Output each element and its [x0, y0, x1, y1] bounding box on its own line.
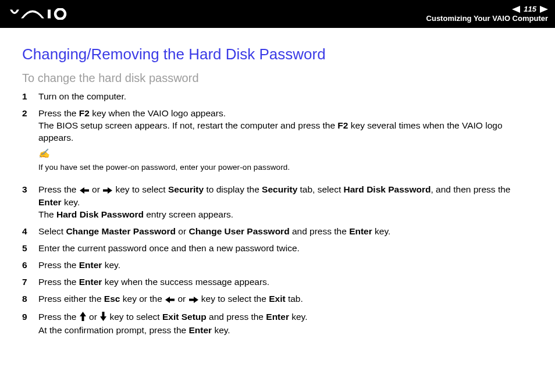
key-name: Enter — [349, 226, 372, 236]
bold-term: Hard Disk Password — [56, 209, 144, 219]
step-item: 4 Select Change Master Password or Chang… — [22, 226, 533, 238]
step-text: and press the — [290, 226, 350, 236]
step-number: 8 — [22, 293, 38, 307]
bold-term: Hard Disk Password — [344, 184, 431, 194]
note-icon: ✍ — [38, 148, 49, 160]
page-title: Changing/Removing the Hard Disk Password — [22, 45, 533, 63]
bold-term: Security — [168, 184, 204, 194]
arrow-left-icon — [80, 185, 89, 197]
key-name: F2 — [79, 108, 90, 118]
step-text: tab. — [286, 294, 303, 304]
step-item: 6 Press the Enter key. — [22, 259, 533, 272]
key-name: Esc — [104, 294, 120, 304]
step-text: key. — [62, 197, 80, 207]
bold-term: Exit Setup — [162, 312, 207, 322]
step-text: and press the — [207, 312, 266, 322]
content-area: Changing/Removing the Hard Disk Password… — [0, 28, 555, 392]
key-name: F2 — [337, 120, 348, 130]
step-body: Press the or key to select Security to d… — [38, 184, 533, 222]
step-number: 5 — [22, 243, 38, 255]
step-text: The — [38, 209, 56, 219]
step-number: 6 — [22, 259, 38, 272]
svg-marker-7 — [189, 297, 198, 303]
step-text: key or the — [120, 294, 165, 304]
svg-marker-4 — [80, 187, 89, 194]
step-text: key. — [289, 312, 308, 322]
step-number: 4 — [22, 226, 38, 238]
step-text: tab, select — [297, 184, 343, 194]
step-body: Press the or key to select Exit Setup an… — [38, 311, 533, 337]
step-text: key when the VAIO logo appears. — [90, 108, 226, 118]
step-text: At the confirmation prompt, press the — [38, 325, 188, 335]
key-name: Enter — [79, 260, 102, 270]
bold-term: Change Master Password — [66, 226, 176, 236]
note-text: If you have set the power-on password, e… — [38, 163, 290, 172]
next-page-arrow-icon[interactable] — [540, 6, 548, 13]
svg-marker-5 — [103, 187, 112, 194]
step-text: key. — [102, 260, 120, 270]
step-number: 2 — [22, 108, 38, 179]
step-text: key. — [212, 325, 230, 335]
step-text: entry screen appears. — [144, 209, 233, 219]
step-item: 9 Press the or key to select Exit Setup … — [22, 311, 533, 337]
step-text: key to select — [113, 184, 168, 194]
step-text: Press the — [38, 277, 79, 287]
step-text: key to select the — [199, 294, 269, 304]
step-item: 2 Press the F2 key when the VAIO logo ap… — [22, 108, 533, 179]
step-body: Press the Enter key. — [38, 259, 533, 272]
step-text: to display the — [204, 184, 262, 194]
arrow-right-icon — [189, 294, 198, 307]
step-body: Turn on the computer. — [38, 91, 533, 103]
note-block: ✍ If you have set the power-on password,… — [38, 148, 533, 173]
key-name: Enter — [188, 325, 212, 335]
svg-rect-0 — [48, 10, 51, 19]
step-text: Press the — [38, 260, 79, 270]
arrow-left-icon — [165, 294, 175, 307]
svg-marker-2 — [512, 6, 520, 13]
step-item: 7 Press the Enter key when the success m… — [22, 276, 533, 288]
step-number: 7 — [22, 276, 38, 288]
arrow-up-icon — [80, 312, 86, 325]
step-item: 5 Enter the current password once and th… — [22, 243, 533, 255]
key-name: Enter — [38, 197, 62, 207]
svg-marker-9 — [100, 312, 106, 321]
header-right: 115 Customizing Your VAIO Computer — [426, 5, 548, 23]
prev-page-arrow-icon[interactable] — [512, 6, 520, 13]
key-name: Enter — [79, 277, 102, 287]
step-body: Select Change Master Password or Change … — [38, 226, 533, 238]
step-text: or — [87, 312, 99, 322]
bold-term: Change User Password — [188, 226, 289, 236]
svg-marker-6 — [165, 297, 175, 303]
step-text: Enter the current password once and then… — [38, 243, 300, 253]
step-number: 3 — [22, 184, 38, 222]
step-body: Press either the Esc key or the or key t… — [38, 293, 533, 307]
step-body: Enter the current password once and then… — [38, 243, 533, 255]
step-text: or — [90, 184, 102, 194]
step-text: Press the — [38, 108, 79, 118]
step-text: Press the — [38, 312, 79, 322]
page-navigation: 115 — [512, 5, 548, 14]
bold-term: Exit — [269, 294, 285, 304]
document-page: 115 Customizing Your VAIO Computer Chang… — [0, 0, 555, 392]
svg-marker-3 — [540, 6, 548, 13]
vaio-logo — [9, 8, 73, 20]
step-text: key. — [372, 226, 391, 236]
step-text: or — [175, 294, 188, 304]
step-text: The BIOS setup screen appears. If not, r… — [38, 120, 337, 130]
step-item: 8 Press either the Esc key or the or key… — [22, 293, 533, 307]
section-subtitle: To change the hard disk password — [22, 72, 533, 85]
arrow-down-icon — [100, 312, 106, 325]
breadcrumb: Customizing Your VAIO Computer — [426, 14, 548, 23]
step-body: Press the F2 key when the VAIO logo appe… — [38, 108, 533, 179]
step-text: key to select — [107, 312, 162, 322]
step-text: Press either the — [38, 294, 104, 304]
step-text: Select — [38, 226, 66, 236]
bold-term: Security — [262, 184, 297, 194]
step-text: key when the success message appears. — [102, 277, 269, 287]
step-body: Press the Enter key when the success mes… — [38, 276, 533, 288]
step-item: 1 Turn on the computer. — [22, 91, 533, 103]
step-text: Turn on the computer. — [38, 91, 126, 101]
step-text: , and then press the — [431, 184, 510, 194]
step-text: Press the — [38, 184, 79, 194]
svg-marker-8 — [80, 312, 86, 321]
